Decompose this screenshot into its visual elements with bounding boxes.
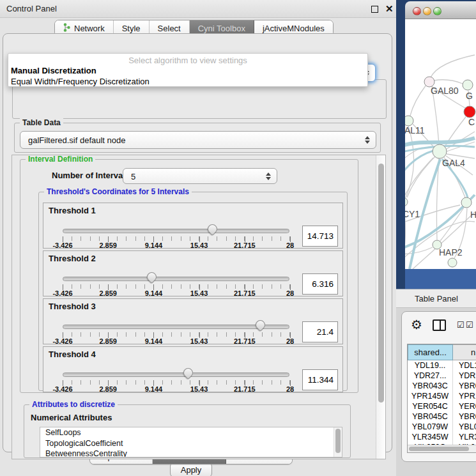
table-cell-name[interactable]: YER0 xyxy=(453,401,476,411)
attribute-list-item[interactable]: TopologicalCoefficient xyxy=(40,438,342,449)
number-of-intervals-value: 5 xyxy=(131,171,135,181)
zoom-traffic-light-icon[interactable] xyxy=(433,7,441,15)
table-cell-shared-name[interactable]: YBR043C xyxy=(408,381,453,391)
minimize-traffic-light-icon[interactable] xyxy=(423,7,431,15)
network-node[interactable] xyxy=(464,106,475,118)
attribute-list-item[interactable]: BetweennessCentrality xyxy=(40,449,342,457)
column-header-shared-name[interactable]: shared... xyxy=(408,344,453,360)
network-node[interactable] xyxy=(433,144,447,158)
table-horizontal-scrollbar[interactable] xyxy=(408,445,476,452)
table-cell-shared-name[interactable]: YDL19... xyxy=(408,360,453,371)
tab-label: jActiveMNodules xyxy=(263,24,325,33)
column-header-name[interactable]: n xyxy=(453,344,476,360)
close-icon[interactable]: ✕ xyxy=(385,3,394,15)
tick-label: 15.43 xyxy=(190,385,208,393)
network-edge[interactable] xyxy=(434,80,463,84)
table-cell-name[interactable]: YPR1 xyxy=(453,391,476,401)
float-window-icon[interactable] xyxy=(371,6,378,13)
threshold-4-value-field[interactable]: 11.344 xyxy=(302,369,338,390)
table-row[interactable]: YBR045CYBR0 xyxy=(408,411,476,422)
columns-icon[interactable] xyxy=(433,319,446,331)
network-edge[interactable] xyxy=(405,151,433,181)
desktop-area: GAL80GCGAL11GAL4GCY1HHAP2 Table Panel ⚙ … xyxy=(396,0,476,476)
slider-thumb[interactable] xyxy=(145,270,158,284)
control-panel-titlebar: Control Panel ✕ xyxy=(0,0,396,18)
network-node[interactable] xyxy=(405,197,408,206)
threshold-1-panel: Threshold 1 -3.4262.8599.14415.4321.7152… xyxy=(43,203,343,249)
table-row[interactable]: YLR345WYLR3 xyxy=(408,432,476,442)
list-scrollbar[interactable] xyxy=(334,427,342,457)
checkbox-icon[interactable]: ☑ xyxy=(457,320,464,330)
table-row[interactable]: YDL19...YDL1 xyxy=(408,360,476,371)
network-node-label: H xyxy=(470,210,476,220)
table-cell-shared-name[interactable]: YPR145W xyxy=(408,391,453,401)
number-of-intervals-label: Number of Intervals xyxy=(52,171,130,180)
popup-option-equal-width-frequency[interactable]: Equal Width/Frequency Discretization xyxy=(11,77,150,86)
table-cell-name[interactable]: YDL1 xyxy=(453,360,476,371)
network-node-label: C xyxy=(468,117,475,127)
network-node[interactable] xyxy=(448,258,457,267)
network-canvas[interactable]: GAL80GCGAL11GAL4GCY1HHAP2 xyxy=(405,19,476,269)
table-cell-shared-name[interactable]: YLR345W xyxy=(408,432,453,442)
settings-scrollbar-thumb[interactable] xyxy=(378,164,384,403)
tick-label: 21.715 xyxy=(234,242,256,249)
table-data-label: Table Data xyxy=(20,118,63,127)
table-row[interactable]: YBL079WYBL0 xyxy=(408,422,476,432)
thresholds-coordinates-label: Threshold's Coordinates for 5 Intervals xyxy=(44,187,192,196)
close-traffic-light-icon[interactable] xyxy=(413,7,421,15)
tick-label: 28 xyxy=(286,337,294,345)
table-rows: YDL19...YDL1YDR27...YDR2YBR043CYBR0YPR14… xyxy=(408,360,476,445)
network-node[interactable] xyxy=(461,197,472,208)
network-node[interactable] xyxy=(463,80,473,90)
algorithm-dropdown-popup: Select algorithm to view settings Manual… xyxy=(8,53,368,87)
network-graph[interactable]: GAL80GCGAL11GAL4GCY1HHAP2 xyxy=(405,19,476,269)
apply-button[interactable]: Apply xyxy=(170,463,212,476)
tick-label: 9.144 xyxy=(145,289,163,297)
table-data-combobox[interactable]: galFiltered.sif default node xyxy=(20,131,376,149)
network-edge[interactable] xyxy=(431,55,475,77)
table-cell-name[interactable]: YLR3 xyxy=(453,432,476,442)
table-row[interactable]: YPR145WYPR1 xyxy=(408,391,476,401)
slider-tick-labels: -3.4262.8599.14415.4321.71528 xyxy=(63,242,290,249)
network-edge[interactable] xyxy=(410,85,426,116)
table-row[interactable]: YDR27...YDR2 xyxy=(408,371,476,381)
list-scrollbar-thumb[interactable] xyxy=(335,429,341,453)
table-cell-shared-name[interactable]: YBR045C xyxy=(408,411,453,422)
network-window-frame xyxy=(405,269,476,289)
threshold-4-slider: -3.4262.8599.14415.4321.71528 xyxy=(63,347,289,393)
slider-thumb[interactable] xyxy=(181,366,195,380)
table-cell-shared-name[interactable]: YBL079W xyxy=(408,422,453,432)
checkbox-icon[interactable]: ☑ xyxy=(466,320,473,330)
slider-thumb[interactable] xyxy=(206,222,219,236)
gear-icon[interactable]: ⚙ xyxy=(411,317,422,332)
table-cell-name[interactable]: YBL0 xyxy=(453,422,476,432)
table-cell-name[interactable]: YBR0 xyxy=(453,381,476,391)
thresholds-coordinates-group: Threshold's Coordinates for 5 Intervals … xyxy=(38,192,348,391)
table-data-group: Table Data galFiltered.sif default node xyxy=(14,123,381,153)
threshold-1-value-field[interactable]: 14.713 xyxy=(302,226,338,247)
network-node[interactable] xyxy=(405,116,413,126)
slider-ticks xyxy=(63,380,290,385)
table-row[interactable]: YER054CYER0 xyxy=(408,401,476,411)
slider-track[interactable] xyxy=(63,372,289,377)
slider-thumb[interactable] xyxy=(254,318,267,332)
popup-placeholder-option[interactable]: Select algorithm to view settings xyxy=(8,56,367,65)
table-scrollbar-thumb[interactable] xyxy=(409,447,469,451)
table-row[interactable]: YBR043CYBR0 xyxy=(408,381,476,391)
network-node-label: GAL4 xyxy=(442,158,465,168)
threshold-2-value-field[interactable]: 6.316 xyxy=(302,273,338,295)
table-cell-name[interactable]: YDR2 xyxy=(453,371,476,381)
table-cell-shared-name[interactable]: YER054C xyxy=(408,401,453,411)
number-of-intervals-combobox[interactable]: 5 xyxy=(123,168,277,184)
popup-option-manual-discretization[interactable]: Manual Discretization xyxy=(11,66,96,75)
slider-track[interactable] xyxy=(63,277,289,281)
slider-track[interactable] xyxy=(63,229,289,233)
attributes-to-discretize-label: Attributes to discretize xyxy=(29,400,118,409)
table-cell-name[interactable]: YBR0 xyxy=(453,411,476,422)
table-cell-shared-name[interactable]: YDR27... xyxy=(408,371,453,381)
threshold-3-value-field[interactable]: 21.4 xyxy=(302,321,338,342)
tick-label: -3.426 xyxy=(52,242,72,249)
attribute-list-item[interactable]: SelfLoops xyxy=(40,427,342,438)
settings-vertical-scrollbar[interactable] xyxy=(376,155,385,459)
tick-label: 9.144 xyxy=(145,337,163,345)
